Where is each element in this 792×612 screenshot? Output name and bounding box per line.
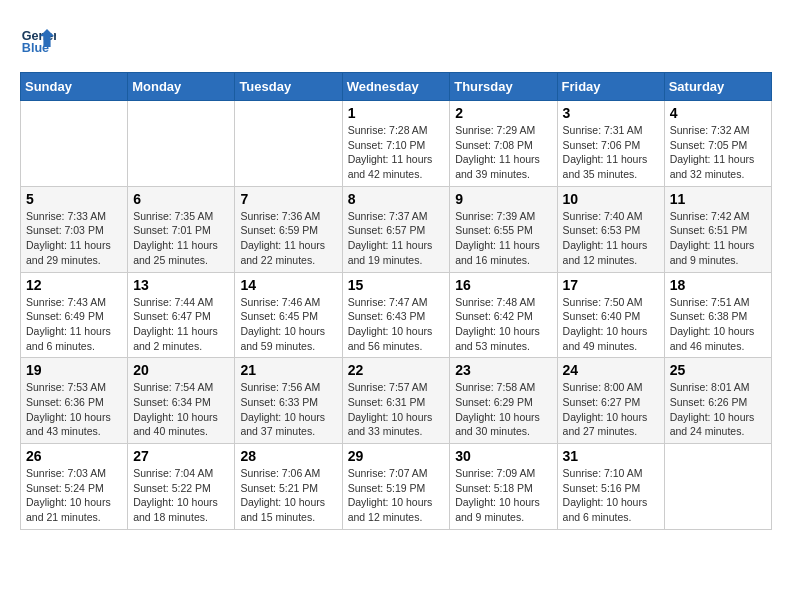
calendar-table: SundayMondayTuesdayWednesdayThursdayFrid… [20,72,772,530]
day-info: Sunrise: 7:39 AM Sunset: 6:55 PM Dayligh… [455,209,551,268]
calendar-cell: 3Sunrise: 7:31 AM Sunset: 7:06 PM Daylig… [557,101,664,187]
calendar-cell: 12Sunrise: 7:43 AM Sunset: 6:49 PM Dayli… [21,272,128,358]
day-number: 23 [455,362,551,378]
calendar-cell: 23Sunrise: 7:58 AM Sunset: 6:29 PM Dayli… [450,358,557,444]
calendar-week-row: 5Sunrise: 7:33 AM Sunset: 7:03 PM Daylig… [21,186,772,272]
day-number: 31 [563,448,659,464]
day-info: Sunrise: 7:54 AM Sunset: 6:34 PM Dayligh… [133,380,229,439]
header-wednesday: Wednesday [342,73,450,101]
calendar-week-row: 1Sunrise: 7:28 AM Sunset: 7:10 PM Daylig… [21,101,772,187]
day-info: Sunrise: 7:44 AM Sunset: 6:47 PM Dayligh… [133,295,229,354]
calendar-week-row: 26Sunrise: 7:03 AM Sunset: 5:24 PM Dayli… [21,444,772,530]
calendar-cell [128,101,235,187]
day-info: Sunrise: 7:36 AM Sunset: 6:59 PM Dayligh… [240,209,336,268]
day-number: 12 [26,277,122,293]
day-number: 20 [133,362,229,378]
day-info: Sunrise: 7:58 AM Sunset: 6:29 PM Dayligh… [455,380,551,439]
calendar-cell: 21Sunrise: 7:56 AM Sunset: 6:33 PM Dayli… [235,358,342,444]
page-header: General Blue [20,20,772,56]
day-number: 15 [348,277,445,293]
day-number: 18 [670,277,766,293]
day-number: 16 [455,277,551,293]
day-info: Sunrise: 7:46 AM Sunset: 6:45 PM Dayligh… [240,295,336,354]
day-number: 22 [348,362,445,378]
day-number: 26 [26,448,122,464]
calendar-cell: 1Sunrise: 7:28 AM Sunset: 7:10 PM Daylig… [342,101,450,187]
day-number: 9 [455,191,551,207]
calendar-cell: 30Sunrise: 7:09 AM Sunset: 5:18 PM Dayli… [450,444,557,530]
calendar-cell: 22Sunrise: 7:57 AM Sunset: 6:31 PM Dayli… [342,358,450,444]
day-info: Sunrise: 7:29 AM Sunset: 7:08 PM Dayligh… [455,123,551,182]
day-info: Sunrise: 7:31 AM Sunset: 7:06 PM Dayligh… [563,123,659,182]
calendar-cell: 14Sunrise: 7:46 AM Sunset: 6:45 PM Dayli… [235,272,342,358]
calendar-cell: 5Sunrise: 7:33 AM Sunset: 7:03 PM Daylig… [21,186,128,272]
day-number: 5 [26,191,122,207]
day-info: Sunrise: 7:04 AM Sunset: 5:22 PM Dayligh… [133,466,229,525]
calendar-cell: 19Sunrise: 7:53 AM Sunset: 6:36 PM Dayli… [21,358,128,444]
calendar-cell [664,444,771,530]
calendar-cell: 15Sunrise: 7:47 AM Sunset: 6:43 PM Dayli… [342,272,450,358]
calendar-cell: 10Sunrise: 7:40 AM Sunset: 6:53 PM Dayli… [557,186,664,272]
day-number: 2 [455,105,551,121]
day-info: Sunrise: 7:32 AM Sunset: 7:05 PM Dayligh… [670,123,766,182]
day-info: Sunrise: 7:57 AM Sunset: 6:31 PM Dayligh… [348,380,445,439]
day-info: Sunrise: 7:06 AM Sunset: 5:21 PM Dayligh… [240,466,336,525]
header-friday: Friday [557,73,664,101]
calendar-cell: 18Sunrise: 7:51 AM Sunset: 6:38 PM Dayli… [664,272,771,358]
day-info: Sunrise: 7:35 AM Sunset: 7:01 PM Dayligh… [133,209,229,268]
day-number: 8 [348,191,445,207]
calendar-cell: 9Sunrise: 7:39 AM Sunset: 6:55 PM Daylig… [450,186,557,272]
header-saturday: Saturday [664,73,771,101]
day-info: Sunrise: 7:53 AM Sunset: 6:36 PM Dayligh… [26,380,122,439]
day-info: Sunrise: 7:37 AM Sunset: 6:57 PM Dayligh… [348,209,445,268]
header-monday: Monday [128,73,235,101]
day-number: 6 [133,191,229,207]
calendar-cell: 8Sunrise: 7:37 AM Sunset: 6:57 PM Daylig… [342,186,450,272]
header-sunday: Sunday [21,73,128,101]
calendar-cell: 11Sunrise: 7:42 AM Sunset: 6:51 PM Dayli… [664,186,771,272]
calendar-cell: 27Sunrise: 7:04 AM Sunset: 5:22 PM Dayli… [128,444,235,530]
day-info: Sunrise: 7:03 AM Sunset: 5:24 PM Dayligh… [26,466,122,525]
day-number: 24 [563,362,659,378]
day-info: Sunrise: 7:09 AM Sunset: 5:18 PM Dayligh… [455,466,551,525]
calendar-week-row: 19Sunrise: 7:53 AM Sunset: 6:36 PM Dayli… [21,358,772,444]
calendar-cell: 28Sunrise: 7:06 AM Sunset: 5:21 PM Dayli… [235,444,342,530]
calendar-cell: 20Sunrise: 7:54 AM Sunset: 6:34 PM Dayli… [128,358,235,444]
day-info: Sunrise: 7:33 AM Sunset: 7:03 PM Dayligh… [26,209,122,268]
calendar-cell: 7Sunrise: 7:36 AM Sunset: 6:59 PM Daylig… [235,186,342,272]
calendar-cell: 4Sunrise: 7:32 AM Sunset: 7:05 PM Daylig… [664,101,771,187]
day-number: 29 [348,448,445,464]
day-number: 11 [670,191,766,207]
day-number: 25 [670,362,766,378]
calendar-cell: 13Sunrise: 7:44 AM Sunset: 6:47 PM Dayli… [128,272,235,358]
day-info: Sunrise: 7:51 AM Sunset: 6:38 PM Dayligh… [670,295,766,354]
calendar-cell: 17Sunrise: 7:50 AM Sunset: 6:40 PM Dayli… [557,272,664,358]
day-info: Sunrise: 7:07 AM Sunset: 5:19 PM Dayligh… [348,466,445,525]
calendar-week-row: 12Sunrise: 7:43 AM Sunset: 6:49 PM Dayli… [21,272,772,358]
day-number: 27 [133,448,229,464]
calendar-cell [235,101,342,187]
day-info: Sunrise: 8:01 AM Sunset: 6:26 PM Dayligh… [670,380,766,439]
day-info: Sunrise: 7:48 AM Sunset: 6:42 PM Dayligh… [455,295,551,354]
logo: General Blue [20,20,60,56]
header-tuesday: Tuesday [235,73,342,101]
day-info: Sunrise: 7:42 AM Sunset: 6:51 PM Dayligh… [670,209,766,268]
calendar-cell: 26Sunrise: 7:03 AM Sunset: 5:24 PM Dayli… [21,444,128,530]
day-info: Sunrise: 7:28 AM Sunset: 7:10 PM Dayligh… [348,123,445,182]
day-number: 10 [563,191,659,207]
calendar-cell: 29Sunrise: 7:07 AM Sunset: 5:19 PM Dayli… [342,444,450,530]
day-info: Sunrise: 7:56 AM Sunset: 6:33 PM Dayligh… [240,380,336,439]
day-info: Sunrise: 7:50 AM Sunset: 6:40 PM Dayligh… [563,295,659,354]
calendar-cell: 6Sunrise: 7:35 AM Sunset: 7:01 PM Daylig… [128,186,235,272]
day-info: Sunrise: 7:40 AM Sunset: 6:53 PM Dayligh… [563,209,659,268]
calendar-cell: 16Sunrise: 7:48 AM Sunset: 6:42 PM Dayli… [450,272,557,358]
calendar-cell: 2Sunrise: 7:29 AM Sunset: 7:08 PM Daylig… [450,101,557,187]
header-thursday: Thursday [450,73,557,101]
calendar-header-row: SundayMondayTuesdayWednesdayThursdayFrid… [21,73,772,101]
day-number: 28 [240,448,336,464]
day-number: 3 [563,105,659,121]
day-info: Sunrise: 7:43 AM Sunset: 6:49 PM Dayligh… [26,295,122,354]
day-number: 21 [240,362,336,378]
day-info: Sunrise: 7:10 AM Sunset: 5:16 PM Dayligh… [563,466,659,525]
calendar-cell [21,101,128,187]
